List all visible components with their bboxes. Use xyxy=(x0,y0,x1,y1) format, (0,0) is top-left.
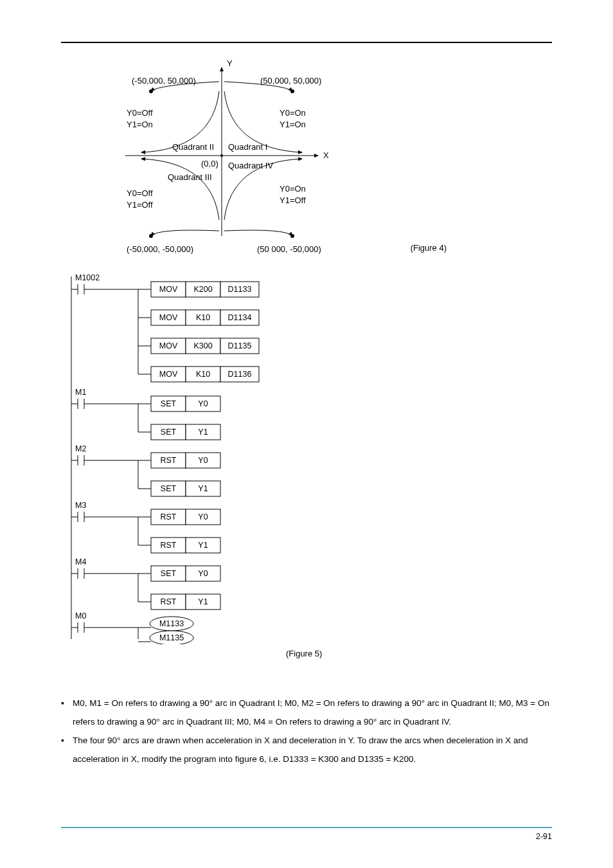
svg-text:M4: M4 xyxy=(75,557,86,566)
r1-src1: K200 xyxy=(193,285,212,294)
svg-text:D1134: D1134 xyxy=(228,313,252,322)
bullet-2: The four 90° arcs are drawn when acceler… xyxy=(73,731,552,768)
coord-bot-right: (50 000, -50,000) xyxy=(257,244,321,255)
svg-text:Y1: Y1 xyxy=(198,597,208,606)
origin-label: (0,0) xyxy=(201,159,218,168)
svg-text:K10: K10 xyxy=(196,370,210,379)
q1-label: Quadrant I xyxy=(228,141,267,153)
q3-y0: Y0=Off xyxy=(127,188,153,199)
bullet-1: M0, M1 = On refers to drawing a 90° arc … xyxy=(73,694,552,731)
svg-text:Y1: Y1 xyxy=(198,541,208,550)
bullet-icon: ▪ xyxy=(61,731,73,768)
figure-4-caption: (Figure 4) xyxy=(411,243,447,253)
body-text: ▪ M0, M1 = On refers to drawing a 90° ar… xyxy=(61,694,552,768)
svg-text:MOV: MOV xyxy=(159,341,178,350)
r1-dst1: D1133 xyxy=(228,285,252,294)
svg-text:RST: RST xyxy=(161,597,177,606)
q4-y0: Y0=On xyxy=(280,183,306,195)
svg-text:D1135: D1135 xyxy=(228,341,252,350)
svg-text:M1135: M1135 xyxy=(159,633,184,642)
svg-text:M2: M2 xyxy=(75,444,86,453)
q3-y1: Y1=Off xyxy=(127,199,153,211)
svg-text:M3: M3 xyxy=(75,501,86,510)
svg-text:SET: SET xyxy=(161,484,177,493)
axis-x-label: X xyxy=(323,150,329,160)
q4-y1: Y1=Off xyxy=(280,195,306,206)
svg-text:SET: SET xyxy=(161,399,177,408)
svg-text:MOV: MOV xyxy=(159,370,178,379)
svg-text:M1: M1 xyxy=(75,388,86,397)
svg-text:M1133: M1133 xyxy=(159,619,184,628)
q2-label: Quadrant II xyxy=(172,141,214,153)
svg-point-2 xyxy=(220,154,223,157)
q2-y0: Y0=Off xyxy=(127,107,153,119)
coord-bot-left: (-50,000, -50,000) xyxy=(127,244,193,255)
svg-text:Y0: Y0 xyxy=(198,569,208,578)
coord-top-left: (-50,000, 50,000) xyxy=(132,75,196,87)
svg-text:D1136: D1136 xyxy=(228,370,252,379)
svg-text:M0: M0 xyxy=(75,611,86,620)
coord-top-right: (50,000, 50,000) xyxy=(260,75,321,87)
bullet-icon: ▪ xyxy=(61,694,73,731)
svg-text:MOV: MOV xyxy=(159,313,178,322)
svg-text:Y1: Y1 xyxy=(198,428,208,437)
svg-text:RST: RST xyxy=(161,512,177,521)
q2-y1: Y1=On xyxy=(127,119,153,131)
q3-label: Quadrant III xyxy=(168,172,212,183)
axis-y-label: Y xyxy=(227,59,233,68)
rung1-contact-label: M1002 xyxy=(75,273,100,282)
svg-text:Y0: Y0 xyxy=(198,456,208,465)
q1-y1: Y1=On xyxy=(280,119,306,131)
page-footer: 2-91 xyxy=(61,827,552,841)
svg-text:RST: RST xyxy=(161,456,177,465)
svg-text:Y1: Y1 xyxy=(198,484,208,493)
q1-y0: Y0=On xyxy=(280,107,306,119)
svg-text:K300: K300 xyxy=(193,341,212,350)
svg-text:Y0: Y0 xyxy=(198,399,208,408)
svg-text:K10: K10 xyxy=(196,313,210,322)
top-rule xyxy=(61,42,552,43)
page-number: 2-91 xyxy=(61,832,552,841)
svg-text:SET: SET xyxy=(161,428,177,437)
svg-text:RST: RST xyxy=(161,541,177,550)
svg-text:Y0: Y0 xyxy=(198,512,208,521)
r1-op1: MOV xyxy=(159,285,178,294)
figure-4-diagram: Y X (0,0) (-50,000, 50,000) xyxy=(87,56,376,255)
figure-5-ladder: M1002 MOV K200 D1133 MOV K10 D1134 xyxy=(61,271,552,646)
figure-5-caption: (Figure 5) xyxy=(286,649,552,658)
q4-label: Quadrant IV xyxy=(228,160,273,172)
svg-text:SET: SET xyxy=(161,569,177,578)
